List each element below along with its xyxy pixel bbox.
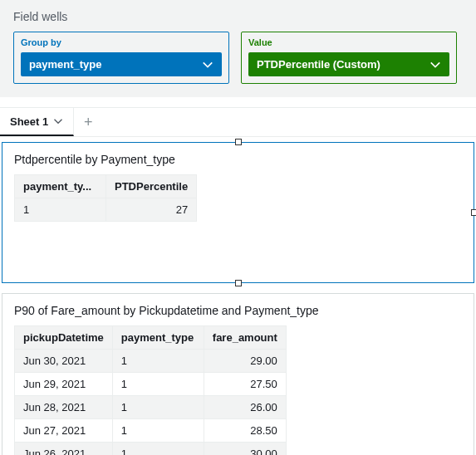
cell-fare: 29.00 <box>204 350 286 373</box>
cell-fare: 30.00 <box>204 443 286 456</box>
visual-title: Ptdpercentile by Payment_type <box>14 153 462 166</box>
visual-ptdpercentile[interactable]: Ptdpercentile by Payment_type payment_ty… <box>2 142 474 283</box>
plus-icon: + <box>84 114 93 131</box>
cell-fare: 26.00 <box>204 396 286 419</box>
well-value: Value PTDPercentile (Custom) <box>241 32 457 84</box>
field-wells-title: Field wells <box>13 10 463 23</box>
table-header-row: payment_ty... PTDPercentile <box>15 175 197 198</box>
sheet-tabs: Sheet 1 + <box>0 107 476 137</box>
cell-payment-type: 1 <box>112 443 204 456</box>
cell-date: Jun 26, 2021 <box>15 443 113 456</box>
table-row: Jun 30, 2021129.00 <box>15 350 287 373</box>
tab-sheet-1-label: Sheet 1 <box>10 115 48 128</box>
col-fare-amount[interactable]: fare_amount <box>204 326 286 350</box>
field-wells-panel: Field wells Group by payment_type Value … <box>0 0 476 97</box>
well-group-by-label: Group by <box>21 37 222 47</box>
table-row: Jun 28, 2021126.00 <box>15 396 287 419</box>
cell-ptd: 27 <box>106 198 197 222</box>
col-ptdpercentile[interactable]: PTDPercentile <box>106 175 197 198</box>
cell-payment-type: 1 <box>15 198 106 222</box>
cell-date: Jun 27, 2021 <box>15 419 113 443</box>
cell-payment-type: 1 <box>112 419 204 443</box>
col-payment-type[interactable]: payment_ty... <box>15 175 106 198</box>
cell-date: Jun 29, 2021 <box>15 373 113 396</box>
cell-fare: 27.50 <box>204 373 286 396</box>
resize-handle-right[interactable] <box>471 209 476 216</box>
cell-payment-type: 1 <box>112 350 204 373</box>
fare-table: pickupDatetime payment_type fare_amount … <box>14 325 287 455</box>
table-row: Jun 29, 2021127.50 <box>15 373 287 396</box>
table-row: Jun 27, 2021128.50 <box>15 419 287 443</box>
cell-payment-type: 1 <box>112 373 204 396</box>
field-wells-row: Group by payment_type Value PTDPercentil… <box>13 32 463 84</box>
group-by-pill-text: payment_type <box>29 58 101 71</box>
well-group-by: Group by payment_type <box>13 32 229 84</box>
visual-p90-fare[interactable]: P90 of Fare_amount by Pickupdatetime and… <box>2 293 474 455</box>
col-payment-type[interactable]: payment_type <box>112 326 204 350</box>
table-row: 127 <box>15 198 197 222</box>
ptd-table: payment_ty... PTDPercentile 127 <box>14 174 197 222</box>
chevron-down-icon <box>53 116 63 126</box>
visual-title: P90 of Fare_amount by Pickupdatetime and… <box>14 304 462 317</box>
canvas: Ptdpercentile by Payment_type payment_ty… <box>0 137 476 455</box>
table-row: Jun 26, 2021130.00 <box>15 443 287 456</box>
add-sheet-button[interactable]: + <box>74 108 102 136</box>
value-pill[interactable]: PTDPercentile (Custom) <box>248 52 449 76</box>
cell-fare: 28.50 <box>204 419 286 443</box>
value-pill-text: PTDPercentile (Custom) <box>257 58 380 71</box>
cell-date: Jun 28, 2021 <box>15 396 113 419</box>
table-header-row: pickupDatetime payment_type fare_amount <box>15 326 287 350</box>
cell-payment-type: 1 <box>112 396 204 419</box>
group-by-pill[interactable]: payment_type <box>21 52 222 76</box>
resize-handle-bottom[interactable] <box>235 280 242 286</box>
chevron-down-icon <box>429 59 441 71</box>
col-pickupdatetime[interactable]: pickupDatetime <box>15 326 113 350</box>
cell-date: Jun 30, 2021 <box>15 350 113 373</box>
tab-sheet-1[interactable]: Sheet 1 <box>0 108 74 136</box>
chevron-down-icon <box>202 59 213 71</box>
well-value-label: Value <box>248 37 449 47</box>
resize-handle-top[interactable] <box>235 139 242 145</box>
